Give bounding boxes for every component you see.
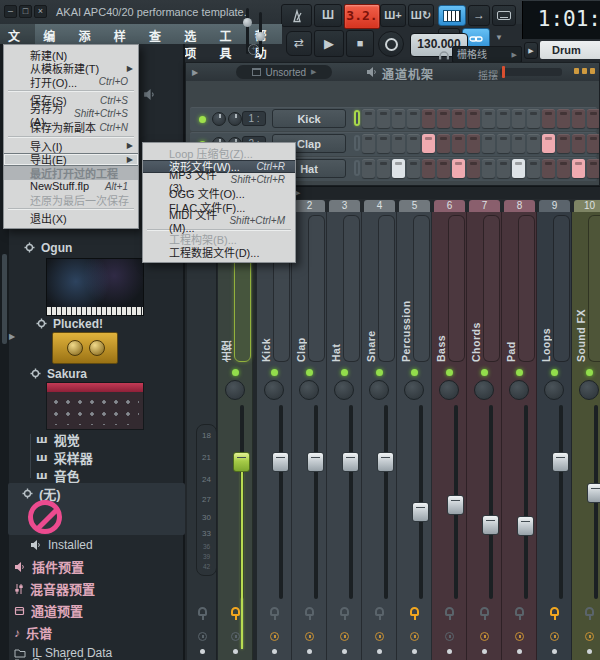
menubar-item-4[interactable]: 样式 xyxy=(106,24,141,44)
loop-record-button[interactable]: Ш↻ xyxy=(408,4,434,27)
browser-item-ogun[interactable]: Ogun xyxy=(24,240,72,255)
arm-icon[interactable] xyxy=(231,607,240,616)
step-cell-9[interactable] xyxy=(482,159,495,178)
step-cell-5[interactable] xyxy=(422,159,435,178)
channel-name-button[interactable]: Kick xyxy=(272,109,346,128)
menu-item[interactable]: 打开(O)...Ctrl+O xyxy=(4,75,138,89)
pan-knob[interactable] xyxy=(212,112,226,126)
pan-knob[interactable] xyxy=(404,380,424,400)
browser-item-scores[interactable]: ♪ 乐谱 xyxy=(14,625,52,640)
step-cell-2[interactable] xyxy=(377,109,390,128)
plus-icon[interactable]: + xyxy=(248,44,259,55)
step-cell-15[interactable] xyxy=(572,109,585,128)
record-button[interactable] xyxy=(378,31,404,57)
volume-fader[interactable] xyxy=(482,515,499,535)
menubar-item-7[interactable]: 工具 xyxy=(212,24,247,44)
browser-item-soundfonts[interactable]: Soundfonts xyxy=(14,655,93,660)
step-cell-8[interactable] xyxy=(467,134,480,153)
browser-item-sakura[interactable]: Sakura xyxy=(30,366,87,381)
step-cell-4[interactable] xyxy=(407,159,420,178)
volume-fader[interactable] xyxy=(412,502,429,522)
track-led[interactable] xyxy=(411,369,418,376)
track-led[interactable] xyxy=(376,369,383,376)
step-cell-9[interactable] xyxy=(482,109,495,128)
minimize-button[interactable]: – xyxy=(4,5,17,18)
step-cell-7[interactable] xyxy=(452,159,465,178)
mixer-strip-bass[interactable]: Bass xyxy=(432,212,467,660)
browser-collapse-arrow-icon[interactable]: ▶ xyxy=(9,332,15,341)
browser-item-sampler[interactable]: ш 采样器 xyxy=(36,450,93,465)
step-cell-6[interactable] xyxy=(437,159,450,178)
pan-knob[interactable] xyxy=(544,380,564,400)
menu-item[interactable]: 还原为最后一次保存 xyxy=(4,193,138,207)
track-led[interactable] xyxy=(271,369,278,376)
menubar-item-3[interactable]: 添加 xyxy=(71,24,106,44)
step-cell-4[interactable] xyxy=(407,134,420,153)
step-cell-16[interactable] xyxy=(587,109,600,128)
step-cell-6[interactable] xyxy=(437,109,450,128)
step-cell-12[interactable] xyxy=(527,134,540,153)
mixer-strip-chords[interactable]: Chords xyxy=(467,212,502,660)
track-led[interactable] xyxy=(232,369,239,376)
arm-icon[interactable] xyxy=(198,607,207,616)
step-cell-14[interactable] xyxy=(557,159,570,178)
sakura-thumbnail[interactable] xyxy=(46,382,144,430)
track-led[interactable] xyxy=(516,369,523,376)
browser-item-installed[interactable]: Installed xyxy=(30,537,93,552)
arm-icon[interactable] xyxy=(585,607,594,616)
blend-notes-button[interactable]: Ш+ xyxy=(380,4,406,27)
step-cell-13[interactable] xyxy=(542,109,555,128)
step-cell-8[interactable] xyxy=(467,159,480,178)
pattern-selector[interactable]: Drum xyxy=(540,41,600,59)
snap-selector[interactable]: 栅格线 ▶ xyxy=(452,46,522,63)
step-cell-5[interactable] xyxy=(422,134,435,153)
step-cell-16[interactable] xyxy=(587,159,600,178)
track-led[interactable] xyxy=(306,369,313,376)
browser-item-none[interactable]: (无) xyxy=(22,486,61,501)
volume-fader[interactable] xyxy=(517,516,534,536)
menubar-item-1[interactable]: 文件 xyxy=(0,24,35,44)
metronome-button[interactable] xyxy=(281,4,312,27)
step-cell-1[interactable] xyxy=(362,109,375,128)
mixer-strip-kick[interactable]: Kick xyxy=(257,212,292,660)
browser-item-channel-presets[interactable]: 通道预置 xyxy=(14,603,83,618)
track-led[interactable] xyxy=(341,369,348,376)
play-button[interactable]: ▶ xyxy=(314,30,344,57)
step-cell-2[interactable] xyxy=(377,159,390,178)
step-cell-11[interactable] xyxy=(512,109,525,128)
pan-knob[interactable] xyxy=(299,380,319,400)
pan-knob[interactable] xyxy=(369,380,389,400)
browser-item-timbre[interactable]: ш 音色 xyxy=(36,468,80,483)
mixer-strip-sound-fx[interactable]: Sound FX xyxy=(572,212,600,660)
swing-slider-handle[interactable] xyxy=(502,66,505,78)
arm-icon[interactable] xyxy=(340,607,349,616)
swing-slider[interactable] xyxy=(500,68,562,76)
step-cell-5[interactable] xyxy=(422,109,435,128)
pan-knob[interactable] xyxy=(264,380,284,400)
mixer-strip-pad[interactable]: Pad xyxy=(502,212,537,660)
step-cell-10[interactable] xyxy=(497,134,510,153)
volume-fader[interactable] xyxy=(377,452,394,472)
rack-collapse-arrow-icon[interactable]: ▶ xyxy=(192,68,198,77)
step-cell-8[interactable] xyxy=(467,109,480,128)
scrollbar-handle[interactable] xyxy=(2,254,7,344)
pan-knob[interactable] xyxy=(225,380,245,400)
pan-knob[interactable] xyxy=(579,380,599,400)
step-cell-7[interactable] xyxy=(452,109,465,128)
track-led[interactable] xyxy=(481,369,488,376)
track-led[interactable] xyxy=(551,369,558,376)
step-cell-1[interactable] xyxy=(362,134,375,153)
track-led[interactable] xyxy=(586,369,593,376)
arm-icon[interactable] xyxy=(480,607,489,616)
volume-fader[interactable] xyxy=(552,452,569,472)
step-cell-6[interactable] xyxy=(437,134,450,153)
arm-icon[interactable] xyxy=(305,607,314,616)
arm-icon[interactable] xyxy=(445,607,454,616)
mixer-strip-主控[interactable]: 主控 xyxy=(218,212,253,660)
arm-icon[interactable] xyxy=(550,607,559,616)
pan-knob[interactable] xyxy=(474,380,494,400)
song-pattern-toggle[interactable]: ⇄ xyxy=(286,31,312,56)
browser-item-mixer-presets[interactable]: 混音器预置 xyxy=(14,581,95,596)
step-cell-3[interactable] xyxy=(392,159,405,178)
mixer-strip-loops[interactable]: Loops xyxy=(537,212,572,660)
